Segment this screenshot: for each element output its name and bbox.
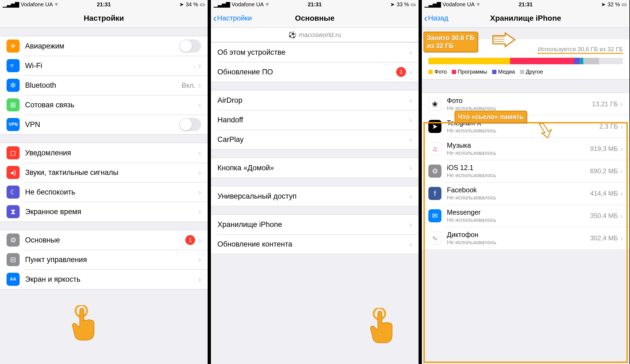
уведомления-icon: ◻ <box>7 146 20 159</box>
storage-bar <box>428 58 623 64</box>
back-label: Назад <box>428 14 449 22</box>
settings-row[interactable]: ◂)Звуки, тактильные сигналы› <box>0 163 208 182</box>
settings-row[interactable]: AAЭкран и яркость› <box>0 269 208 289</box>
screenshot-storage: ▁▃▅▇ Vodafone UA ᯤ 21:31 ➤ 32 % ▭ ‹ Наза… <box>422 0 629 364</box>
toggle[interactable] <box>179 118 201 131</box>
app-size: 414,4 МБ <box>590 190 618 197</box>
storage-app-row[interactable]: ✉MessengerНе использовалось350,4 МБ› <box>422 205 629 227</box>
screenshot-general: ▁▃▅▇ Vodafone UA ᯤ 21:31 ➤ 33 % ▭ ‹ Наст… <box>211 0 419 364</box>
row-label: Не беспокоить <box>25 188 198 196</box>
location-icon: ➤ <box>601 1 606 8</box>
status-bar: ▁▃▅▇ Vodafone UA ᯤ 21:31 ➤ 32 % ▭ <box>422 0 629 9</box>
settings-row[interactable]: ⚙Основные1› <box>0 230 208 250</box>
settings-row[interactable]: ☾Не беспокоить› <box>0 182 208 202</box>
general-row[interactable]: Обновление ПО1› <box>211 62 419 82</box>
app-name: iOS 12.1 <box>447 164 590 172</box>
storage-app-row[interactable]: ⚙iOS 12.1Не использовалось690,2 МБ› <box>422 160 629 182</box>
основные-icon: ⚙ <box>7 233 20 247</box>
chevron-right-icon: › <box>620 233 623 243</box>
chevron-right-icon: › <box>409 115 412 125</box>
row-label: CarPlay <box>217 135 409 144</box>
chevron-right-icon: › <box>198 148 201 157</box>
general-row[interactable]: Handoff› <box>211 110 419 130</box>
row-label: Handoff <box>217 116 409 124</box>
chevron-right-icon: › <box>620 144 623 153</box>
chevron-right-icon: › <box>409 96 412 105</box>
app-subtitle: Не использовалось <box>447 195 590 201</box>
bluetooth-icon: ✲ <box>7 79 20 92</box>
row-value: Вкл. <box>182 81 196 90</box>
location-icon: ➤ <box>390 1 395 8</box>
carrier: Vodafone UA <box>232 1 264 8</box>
app-subtitle: Не использовалось <box>447 239 590 245</box>
авиарежим-icon: ✈ <box>7 40 20 53</box>
back-label: Настройки <box>217 14 252 22</box>
general-row[interactable]: Универсальный доступ› <box>211 186 419 206</box>
app-name: Messenger <box>447 208 590 216</box>
row-label: Универсальный доступ <box>217 192 409 201</box>
settings-row[interactable]: ⧗Экранное время› <box>0 202 208 222</box>
app-icon: ⚙ <box>428 165 441 178</box>
carrier: Vodafone UA <box>21 1 53 8</box>
chevron-right-icon: › <box>198 100 201 110</box>
app-subtitle: Не использовалось <box>447 128 599 134</box>
app-icon: ♫ <box>428 142 441 155</box>
row-label: Кнопка «Домой» <box>217 164 409 172</box>
general-row[interactable]: AirDrop› <box>211 90 419 110</box>
row-label: Основные <box>25 236 185 244</box>
signal-icon: ▁▃▅▇ <box>425 1 441 8</box>
toggle[interactable] <box>179 40 201 53</box>
app-size: 690,2 МБ <box>590 167 618 175</box>
settings-row[interactable]: ✈Авиарежим <box>0 36 208 56</box>
экран-и-яркость-icon: AA <box>7 273 20 286</box>
nav-bar: Настройки <box>0 9 208 28</box>
settings-row[interactable]: ⊟Пункт управления› <box>0 250 208 269</box>
row-label: Экранное время <box>25 208 198 216</box>
app-subtitle: Не использовалось <box>447 217 590 223</box>
back-button[interactable]: ‹ Настройки <box>213 13 252 23</box>
clock: 21:31 <box>308 1 322 8</box>
signal-icon: ▁▃▅▇ <box>214 1 230 8</box>
chevron-right-icon: › <box>620 166 623 176</box>
app-icon: ✉ <box>428 209 441 222</box>
app-icon: ∿ <box>428 232 441 245</box>
general-row[interactable]: Кнопка «Домой»› <box>211 158 419 178</box>
row-label: Bluetooth <box>25 81 182 90</box>
chevron-right-icon: › <box>409 67 412 77</box>
chevron-left-icon: ‹ <box>213 13 217 23</box>
storage-used-text: Используется 30,6 ГБ из 32 ГБ <box>538 46 623 54</box>
chevron-right-icon: › <box>198 255 201 264</box>
general-row[interactable]: Хранилище iPhone› <box>211 215 419 234</box>
annotation-what-ate: Что «сьело» память <box>455 111 527 123</box>
chevron-left-icon: ‹ <box>424 13 428 23</box>
back-button[interactable]: ‹ Назад <box>424 13 448 23</box>
settings-row[interactable]: ◻Уведомления› <box>0 143 208 163</box>
storage-app-row[interactable]: fFacebookНе использовалось414,4 МБ› <box>422 182 629 205</box>
chevron-right-icon: › <box>198 168 201 177</box>
app-subtitle: Не использовалось <box>447 172 590 178</box>
watermark: ⚽ macosworld.ru <box>211 28 419 42</box>
nav-title: Основные <box>295 14 335 23</box>
app-size: 302,4 МБ <box>590 234 618 242</box>
battery-pct: 32 % <box>607 1 620 8</box>
storage-app-row[interactable]: ♫МузыкаНе использовалось919,3 МБ› <box>422 138 629 160</box>
storage-app-row[interactable]: ∿ДиктофонНе использовалось302,4 МБ› <box>422 227 629 249</box>
экранное-время-icon: ⧗ <box>7 205 20 218</box>
settings-row[interactable]: ✲BluetoothВкл.› <box>0 75 208 95</box>
row-label: Хранилище iPhone <box>217 220 409 229</box>
app-name: Facebook <box>447 186 590 194</box>
settings-row[interactable]: VPNVPN <box>0 115 208 134</box>
chevron-right-icon: › <box>409 135 412 144</box>
не-беспокоить-icon: ☾ <box>7 186 20 199</box>
chevron-right-icon: › <box>409 220 412 229</box>
chevron-right-icon: › <box>620 99 623 109</box>
tap-hand-icon <box>68 305 101 343</box>
general-row[interactable]: Об этом устройстве› <box>211 43 419 62</box>
chevron-right-icon: › <box>620 189 623 198</box>
badge: 1 <box>185 235 195 245</box>
settings-row[interactable]: ⊞Сотовая связь› <box>0 95 208 115</box>
general-row[interactable]: CarPlay› <box>211 130 419 149</box>
settings-row[interactable]: ᯤWi-Fi.› <box>0 56 208 75</box>
chevron-right-icon: › <box>198 61 201 70</box>
general-row[interactable]: Обновление контента› <box>211 234 419 254</box>
